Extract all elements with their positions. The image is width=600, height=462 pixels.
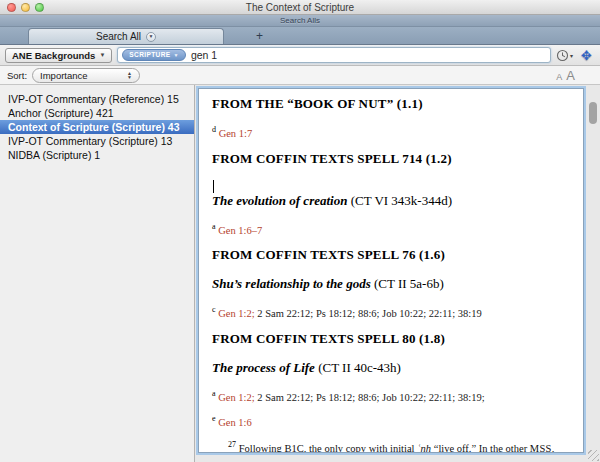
sidebar-item-selected[interactable]: Context of Scripture (Scripture) 43 [0, 120, 194, 134]
subtitle-title: The evolution of creation [212, 193, 347, 208]
result-footnote: 27 Following B1C, the only copy with ini… [212, 440, 570, 454]
results-source-list: IVP-OT Commentary (Reference) 15Anchor (… [0, 85, 195, 462]
search-query-text: gen 1 [191, 49, 217, 61]
workspace-label: Search Alls [280, 16, 320, 25]
sort-popup-button[interactable]: Importance ▲▼ [32, 68, 140, 83]
result-ref: c Gen 1:2; 2 Sam 22:12; Ps 18:12; 88:6; … [212, 305, 570, 319]
sort-value: Importance [40, 70, 88, 81]
tab-label: Search All [96, 31, 141, 42]
reference-list: 2 Sam 22:12; Ps 18:12; 88:6; Job 10:22; … [255, 391, 485, 402]
chevron-down-icon: ▼ [149, 34, 154, 39]
sort-label: Sort: [7, 70, 27, 81]
scope-dropdown-button[interactable]: ANE Backgrounds ▼ [5, 48, 112, 63]
title-bar: The Context of Scripture [0, 0, 600, 15]
font-size-controls: A A [556, 68, 575, 83]
scripture-link[interactable]: Gen 1:2; [218, 391, 254, 402]
sidebar-item[interactable]: NIDBA (Scripture) 1 [0, 148, 194, 162]
footnote-marker: d [212, 125, 216, 134]
footnote-marker: a [212, 389, 216, 398]
scrollbar[interactable] [587, 89, 598, 452]
window-title: The Context of Scripture [246, 2, 354, 13]
scripture-link[interactable]: Gen 1:6–7 [218, 224, 262, 235]
popup-arrows-icon: ▲▼ [127, 71, 132, 80]
reference-list: 2 Sam 22:12; Ps 18:12; 88:6; Job 10:22; … [255, 308, 482, 319]
text-cursor [213, 180, 214, 193]
result-heading: FROM COFFIN TEXTS SPELL 76 (1.6) [212, 247, 570, 263]
scripture-link[interactable]: Gen 1:2; [218, 308, 254, 319]
footnote-text: 27 [228, 440, 236, 449]
footnote-text: ʿnḫ [417, 442, 431, 453]
result-heading: FROM THE “BOOK OF NUT” (1.1) [212, 96, 570, 112]
footnote-marker: e [212, 414, 216, 423]
minimize-button[interactable] [21, 3, 30, 12]
increase-font-button[interactable]: A [566, 68, 575, 83]
result-heading-text: FROM THE “BOOK OF NUT” (1.1) [212, 96, 423, 111]
result-ref: a Gen 1:6–7 [212, 222, 570, 236]
result-heading: FROM COFFIN TEXTS SPELL 80 (1.8) [212, 331, 570, 347]
footnote-text: MSS [530, 442, 552, 453]
tab-search-all[interactable]: Search All ▼ [28, 28, 224, 44]
window-controls [7, 3, 44, 12]
scripture-link[interactable]: Gen 1:6 [218, 417, 252, 428]
resize-grip-icon[interactable] [588, 450, 599, 461]
subtitle-title: Shu’s relationship to the gods [212, 276, 371, 291]
accordance-icon[interactable]: ✥ [581, 48, 592, 63]
sidebar-item[interactable]: Anchor (Scripture) 421 [0, 106, 194, 120]
scrollbar-thumb[interactable] [589, 102, 597, 124]
chevron-down-icon: ▼ [99, 52, 105, 58]
history-button[interactable]: ▾ [556, 49, 573, 62]
app-window: The Context of Scripture Search Alls Sea… [0, 0, 600, 462]
search-input[interactable]: SCRIPTURE ▼ gen 1 [117, 47, 551, 63]
zoom-button[interactable] [35, 3, 44, 12]
result-ref: d Gen 1:7 [212, 125, 570, 139]
decrease-font-button[interactable]: A [556, 72, 562, 82]
sidebar-item[interactable]: IVP-OT Commentary (Reference) 15 [0, 92, 194, 106]
new-tab-button[interactable]: + [256, 29, 263, 44]
scripture-tag-label: SCRIPTURE [129, 51, 170, 59]
clock-icon [556, 49, 569, 62]
sort-row: Sort: Importance ▲▼ A A [0, 66, 600, 85]
workspace-band: Search Alls [0, 15, 600, 27]
footnote-text: Following B1C, the only copy with initia… [236, 442, 417, 453]
result-ref: e Gen 1:6 [212, 414, 570, 428]
tab-bar: Search All ▼ + [0, 27, 600, 45]
result-subtitle: Shu’s relationship to the gods (CT II 5a… [212, 276, 570, 292]
results-pane[interactable]: FROM THE “BOOK OF NUT” (1.1)d Gen 1:7FRO… [198, 88, 584, 453]
close-button[interactable] [7, 3, 16, 12]
sidebar-item[interactable]: IVP-OT Commentary (Scripture) 13 [0, 134, 194, 148]
result-heading: FROM COFFIN TEXTS SPELL 714 (1.2) [212, 151, 570, 167]
subtitle-citation: (CT II 5a-6b) [371, 276, 444, 291]
subtitle-title: The process of Life [212, 360, 315, 375]
result-ref: a Gen 1:2; 2 Sam 22:12; Ps 18:12; 88:6; … [212, 389, 570, 403]
result-subtitle: The evolution of creation (CT VI 343k-34… [212, 193, 570, 209]
footnote-marker: c [212, 305, 216, 314]
subtitle-citation: (CT II 40c-43h) [315, 360, 401, 375]
content-area: FROM THE “BOOK OF NUT” (1.1)d Gen 1:7FRO… [195, 85, 600, 462]
tab-menu-button[interactable]: ▼ [146, 32, 156, 42]
scripture-tag-pill[interactable]: SCRIPTURE ▼ [122, 49, 186, 61]
search-toolbar: ANE Backgrounds ▼ SCRIPTURE ▼ gen 1 ▾ ✥ [0, 45, 600, 66]
footnote-marker: a [212, 222, 216, 231]
result-heading-text: FROM COFFIN TEXTS SPELL 714 (1.2) [212, 151, 452, 166]
chevron-down-icon: ▾ [570, 52, 573, 59]
result-subtitle: The process of Life (CT II 40c-43h) [212, 360, 570, 376]
main-split: IVP-OT Commentary (Reference) 15Anchor (… [0, 85, 600, 462]
subtitle-citation: (CT VI 343k-344d) [347, 193, 452, 208]
result-heading-text: FROM COFFIN TEXTS SPELL 76 (1.6) [212, 247, 445, 262]
chevron-down-icon: ▼ [174, 52, 179, 58]
result-heading-text: FROM COFFIN TEXTS SPELL 80 (1.8) [212, 331, 445, 346]
scope-label: ANE Backgrounds [12, 50, 95, 61]
scripture-link[interactable]: Gen 1:7 [219, 128, 253, 139]
footnote-text: “live off.” In the other [431, 442, 530, 453]
